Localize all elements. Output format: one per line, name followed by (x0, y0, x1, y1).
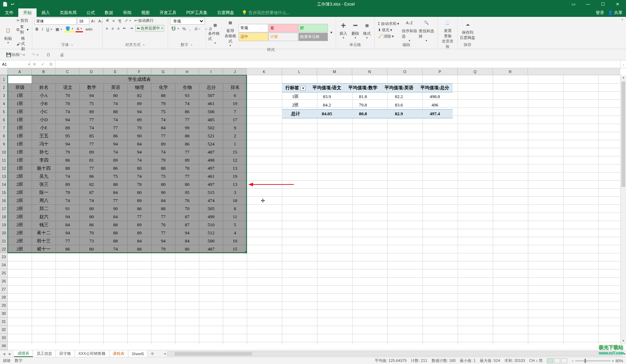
increase-font-icon[interactable]: A↑ (90, 18, 97, 25)
cut-button[interactable]: ✂ 剪切 (15, 18, 30, 24)
align-right-icon[interactable]: ≡ (116, 25, 121, 32)
style-good[interactable]: 好 (298, 24, 328, 32)
row-header-23[interactable]: 23 (0, 253, 8, 261)
invoice-check-button[interactable]: 🧾发票 查验 (440, 18, 455, 39)
underline-button[interactable]: U (45, 26, 53, 32)
font-color-button[interactable]: A (76, 26, 83, 32)
clear-button[interactable]: 🧹 清除 ▾ (377, 33, 400, 39)
align-expand-icon[interactable]: ↘ (142, 43, 145, 47)
number-format-select[interactable]: 常规 (170, 18, 205, 25)
hscroll-left-icon[interactable]: ◂ (164, 351, 166, 356)
col-header-L[interactable]: L (282, 68, 317, 75)
phonetic-button[interactable]: wén (84, 26, 93, 32)
sort-filter-button[interactable]: A↓Z排序和筛选▾ (402, 18, 417, 42)
row-header-17[interactable]: 17 (0, 204, 8, 213)
qat-customize-icon[interactable] (17, 0, 24, 8)
row-header-27[interactable]: 27 (0, 285, 8, 293)
col-header-B[interactable]: B (32, 68, 56, 75)
view-pagebreak-icon[interactable] (561, 358, 567, 363)
save-icon[interactable]: 💾 (4, 51, 13, 59)
row-header-18[interactable]: 18 (0, 213, 8, 221)
tab-view[interactable]: 视图 (136, 8, 155, 17)
align-bottom-icon[interactable]: ≡̲ (117, 18, 122, 24)
col-header-I[interactable]: I (199, 68, 223, 75)
font-expand-icon[interactable]: ↘ (70, 43, 73, 47)
tab-dev[interactable]: 开发工具 (155, 8, 181, 17)
row-header-8[interactable]: 8 (0, 132, 8, 140)
tab-formula[interactable]: 公式 (82, 8, 100, 17)
formula-input[interactable] (56, 60, 620, 68)
row-header-22[interactable]: 22 (0, 245, 8, 253)
border-button[interactable]: ▦ (54, 26, 63, 32)
tab-file[interactable]: 文件 (0, 8, 18, 17)
row-header-4[interactable]: 4 (0, 99, 8, 108)
tab-layout[interactable]: 页面布局 (55, 8, 82, 17)
sheet-tab-6[interactable]: Sheet5 (128, 350, 148, 357)
wrap-text-button[interactable]: ↩ 自动换行 (133, 18, 155, 24)
delete-cells-button[interactable]: ➖删除▾ (350, 20, 361, 39)
style-calc[interactable]: 计算 (269, 33, 298, 41)
row-header-26[interactable]: 26 (0, 277, 8, 285)
orientation-icon[interactable]: ⤢ (124, 18, 132, 24)
row-header-33[interactable]: 33 (0, 334, 8, 342)
merge-center-button[interactable]: ⬌ 合并后居中 (135, 25, 164, 32)
view-layout-icon[interactable] (554, 358, 560, 363)
col-header-G[interactable]: G (151, 68, 175, 75)
sheet-tab-3[interactable]: 田字格 (56, 350, 75, 357)
sheet-nav-first-icon[interactable]: ◄ (2, 352, 6, 356)
horizontal-scrollbar[interactable] (167, 351, 622, 356)
font-size-select[interactable] (77, 18, 89, 25)
sheet-tab-2[interactable]: 员工信息 (33, 350, 56, 357)
col-header-F[interactable]: F (127, 68, 151, 75)
row-header-30[interactable]: 30 (0, 310, 8, 318)
collapse-ribbon-icon[interactable]: ˄ (620, 18, 625, 24)
login-link[interactable]: 登录 (596, 10, 604, 16)
tab-insert[interactable]: 插入 (37, 8, 55, 17)
col-header-N[interactable]: N (352, 68, 387, 75)
row-header-19[interactable]: 19 (0, 221, 8, 229)
indent-inc-icon[interactable]: ⇥ (129, 25, 134, 32)
redo-icon[interactable]: ↷ ▾ (31, 51, 39, 59)
row-header-21[interactable]: 21 (0, 237, 8, 245)
save-baidu-button[interactable]: ☁保存到 百度网盘 (460, 19, 475, 40)
style-normal[interactable]: 常规 (239, 24, 268, 32)
comma-format-icon[interactable]: , (188, 26, 192, 31)
ribbon-options-icon[interactable]: ▭ (566, 0, 580, 8)
pivot-filter-icon[interactable]: ▾ (301, 86, 305, 91)
accounting-format-icon[interactable]: 💱 (170, 26, 180, 31)
align-center-icon[interactable]: ≡ (110, 25, 115, 32)
style-check[interactable]: 检查单元格 (298, 33, 328, 41)
cancel-formula-icon[interactable]: ✕ (33, 62, 36, 67)
row-header-20[interactable]: 20 (0, 229, 8, 237)
print-preview-icon[interactable]: 🖨 (58, 51, 66, 59)
sheet-tab-4[interactable]: XXX公司销售额 (75, 350, 109, 357)
row-header-28[interactable]: 28 (0, 293, 8, 301)
col-header-K[interactable]: K (247, 68, 282, 75)
col-header-H[interactable]: H (175, 68, 199, 75)
col-header-O[interactable]: O (387, 68, 422, 75)
zoom-control[interactable]: − + 80% (572, 359, 623, 363)
share-button[interactable]: 👤 共享 (608, 10, 622, 16)
fill-color-button[interactable]: 🪣 (64, 26, 74, 32)
undo-icon[interactable]: ↶ ▾ (18, 51, 26, 59)
sheet-tab-1[interactable]: 成绩表 (14, 350, 33, 357)
col-header-M[interactable]: M (317, 68, 352, 75)
find-select-button[interactable]: 🔍查找和选择▾ (419, 18, 434, 42)
history-icon[interactable]: ↩ (9, 0, 16, 8)
paste-button[interactable]: 📋粘贴▾ (2, 25, 14, 44)
row-header-31[interactable]: 31 (0, 318, 8, 326)
row-header-15[interactable]: 15 (0, 188, 8, 196)
col-header-C[interactable]: C (56, 68, 79, 75)
row-header-3[interactable]: 3 (0, 91, 8, 99)
row-header-34[interactable]: 34 (0, 342, 8, 350)
number-expand-icon[interactable]: ↘ (190, 43, 193, 47)
zoom-slider[interactable] (575, 360, 611, 362)
col-header-P[interactable]: P (422, 68, 458, 75)
align-top-icon[interactable]: ≡̄ (105, 18, 110, 24)
fill-button[interactable]: ⬇ 填充 ▾ (377, 27, 400, 33)
minimize-button[interactable]: — (581, 0, 595, 8)
align-middle-icon[interactable]: ≡ (111, 18, 116, 24)
sheet-nav-last-icon[interactable]: ► (8, 352, 12, 356)
autosave-icon[interactable]: 📄 (1, 0, 8, 8)
row-header-25[interactable]: 25 (0, 269, 8, 277)
